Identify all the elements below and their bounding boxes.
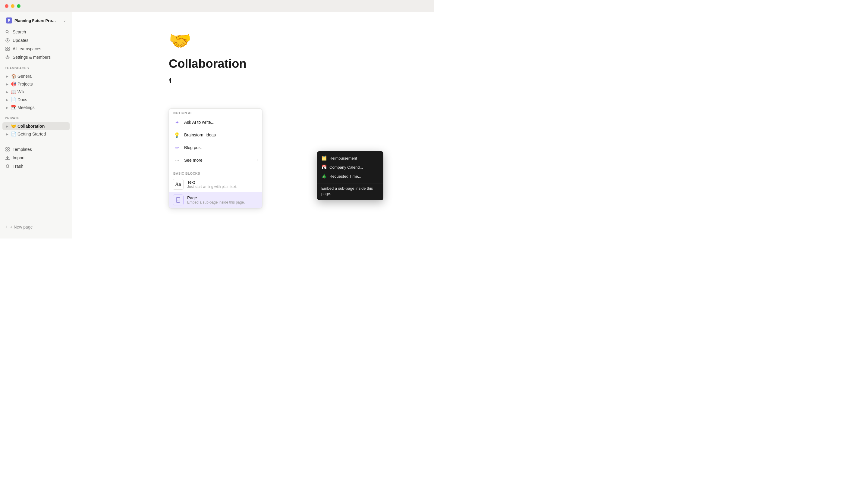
new-page-label: + New page	[10, 225, 33, 230]
slash-item-ask-ai[interactable]: ✦ Ask AI to write...	[169, 116, 262, 129]
sidebar-item-general[interactable]: ▶ 🏠 General	[2, 72, 70, 80]
see-more-label: See more	[184, 158, 203, 163]
projects-label: Projects	[18, 81, 33, 87]
slash-item-page[interactable]: Page Embed a sub-page inside this page.	[169, 192, 262, 208]
getting-started-label: Getting Started	[18, 132, 46, 136]
slash-item-brainstorm[interactable]: 💡 Brainstorm ideas	[169, 129, 262, 141]
wiki-label: Wiki	[18, 90, 25, 94]
getting-started-icon: 📄	[11, 131, 16, 137]
tooltip-page-requested-time: 🎄 Requested Time...	[317, 172, 383, 181]
new-page-button[interactable]: + + New page	[2, 223, 70, 231]
tooltip-page-company-calendar: 📅 Company Calend...	[317, 163, 383, 172]
meetings-icon: 📅	[11, 105, 16, 110]
brainstorm-label: Brainstorm ideas	[184, 133, 216, 137]
trash-icon	[5, 164, 10, 169]
settings-label: Settings & members	[13, 55, 51, 60]
blog-post-label: Blog post	[184, 145, 202, 150]
ai-section-label: Notion AI	[169, 109, 262, 116]
svg-rect-7	[6, 147, 7, 149]
sidebar-item-wiki[interactable]: ▶ 📖 Wiki	[2, 88, 70, 96]
sidebar-item-collaboration[interactable]: ▶ 🤝 Collaboration	[2, 122, 70, 130]
svg-rect-9	[6, 150, 7, 151]
projects-toggle-icon: ▶	[5, 81, 10, 87]
app-container: P Planning Future Projects ⌄ Search	[0, 12, 434, 238]
sidebar-footer-nav: Templates Import T	[0, 144, 72, 172]
slash-item-text[interactable]: Aa Text Just start writing with plain te…	[169, 176, 262, 192]
sidebar-item-templates[interactable]: Templates	[2, 145, 70, 154]
svg-point-0	[6, 30, 8, 33]
search-label: Search	[13, 30, 26, 34]
company-calendar-icon: 📅	[321, 164, 327, 170]
page-block-content: Page Embed a sub-page inside this page.	[187, 196, 245, 204]
private-list: ▶ 🤝 Collaboration ▶ 📄 Getting Started	[0, 121, 72, 139]
text-block-title: Text	[187, 180, 237, 184]
new-page-plus-icon: +	[5, 224, 7, 230]
slash-item-blog-post[interactable]: ✏ Blog post	[169, 141, 262, 154]
new-page-container: + + New page	[0, 220, 72, 234]
collaboration-label: Collaboration	[18, 124, 44, 129]
sidebar-item-settings[interactable]: Settings & members	[2, 53, 70, 61]
svg-point-6	[7, 57, 8, 58]
text-block-desc: Just start writing with plain text.	[187, 184, 237, 189]
teamspaces-section-label: Teamspaces	[0, 63, 72, 71]
main-content: 🤝 Collaboration / Notion AI ✦ Ask AI to …	[72, 12, 434, 238]
workspace-selector[interactable]: P Planning Future Projects ⌄	[4, 16, 68, 25]
meetings-toggle-icon: ▶	[5, 105, 10, 110]
svg-rect-8	[8, 147, 9, 149]
workspace-icon: P	[6, 18, 12, 24]
ask-ai-icon: ✦	[173, 118, 181, 127]
sidebar-nav: Search Updates	[0, 27, 72, 63]
workspace-chevron-icon: ⌄	[63, 19, 66, 23]
page-tooltip-popup: 🗂️ Reimbursement 📅 Company Calend... 🎄 R…	[317, 151, 383, 200]
minimize-button[interactable]	[11, 4, 14, 8]
slash-divider	[169, 168, 262, 168]
company-calendar-label: Company Calend...	[330, 165, 363, 170]
editor-cursor-line[interactable]: /	[169, 77, 338, 84]
page-emoji: 🤝	[169, 30, 338, 52]
close-button[interactable]	[5, 4, 8, 8]
settings-icon	[5, 55, 10, 60]
templates-label: Templates	[13, 147, 32, 152]
text-cursor	[170, 78, 171, 83]
sidebar-item-projects[interactable]: ▶ 🎯 Projects	[2, 80, 70, 88]
general-icon: 🏠	[11, 73, 16, 79]
templates-icon	[5, 147, 10, 152]
workspace-name: Planning Future Projects	[14, 19, 57, 23]
import-icon	[5, 155, 10, 161]
search-icon	[5, 29, 10, 35]
requested-time-label: Requested Time...	[330, 174, 361, 178]
sidebar-item-updates[interactable]: Updates	[2, 36, 70, 44]
updates-icon	[5, 38, 10, 43]
sidebar-item-meetings[interactable]: ▶ 📅 Meetings	[2, 104, 70, 111]
see-more-arrow-icon: ›	[257, 158, 258, 162]
import-label: Import	[13, 156, 25, 160]
trash-label: Trash	[13, 164, 23, 169]
maximize-button[interactable]	[17, 4, 21, 8]
sidebar-item-trash[interactable]: Trash	[2, 162, 70, 170]
sidebar-item-docs[interactable]: ▶ 📄 Docs	[2, 96, 70, 104]
sidebar-item-all-teamspaces[interactable]: All teamspaces	[2, 44, 70, 53]
slash-item-see-more[interactable]: ··· See more ›	[169, 154, 262, 167]
sidebar-item-getting-started[interactable]: ▶ 📄 Getting Started	[2, 130, 70, 138]
teamspaces-icon	[5, 46, 10, 52]
requested-time-icon: 🎄	[321, 173, 327, 179]
projects-icon: 🎯	[11, 81, 16, 87]
docs-label: Docs	[18, 97, 27, 102]
svg-rect-10	[8, 150, 9, 151]
svg-rect-4	[6, 49, 7, 50]
private-section-label: Private	[0, 113, 72, 121]
tooltip-description: Embed a sub-page inside this page.	[317, 183, 383, 200]
collaboration-icon: 🤝	[11, 124, 16, 129]
general-label: General	[18, 74, 33, 78]
sidebar: P Planning Future Projects ⌄ Search	[0, 12, 72, 238]
page-block-title: Page	[187, 196, 245, 200]
tooltip-pages-list: 🗂️ Reimbursement 📅 Company Calend... 🎄 R…	[317, 151, 383, 183]
brainstorm-icon: 💡	[173, 131, 181, 139]
page-title: Collaboration	[169, 56, 338, 71]
sidebar-item-import[interactable]: Import	[2, 154, 70, 162]
basic-blocks-label: Basic blocks	[169, 169, 262, 176]
sidebar-item-search[interactable]: Search	[2, 28, 70, 36]
getting-started-toggle-icon: ▶	[5, 132, 10, 136]
collaboration-toggle-icon: ▶	[5, 124, 10, 129]
see-more-icon: ···	[173, 156, 181, 164]
